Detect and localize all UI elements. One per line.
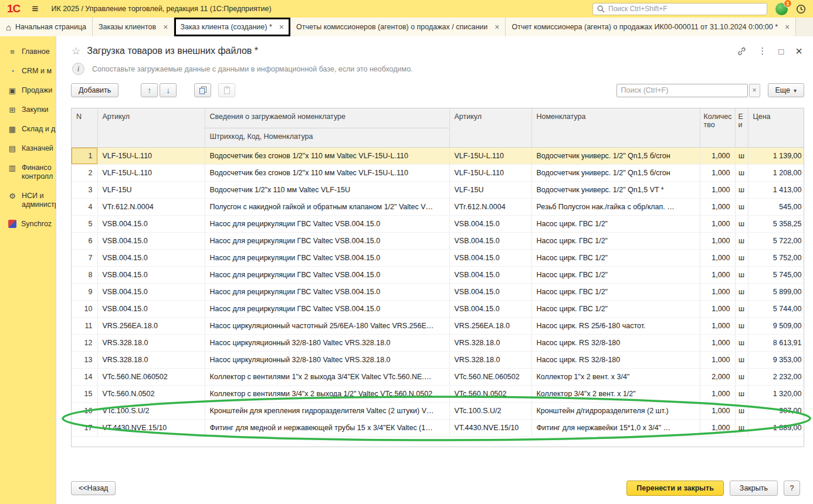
price-cell[interactable]: 5 752,00 bbox=[748, 249, 804, 266]
table-row[interactable]: 5VSB.004.15.0Насос для рециркуляции ГВС … bbox=[72, 215, 804, 232]
nomenclature-cell[interactable]: Коллектор 1"x 2 вент. x 3/4" bbox=[531, 368, 700, 385]
nomenclature-cell[interactable]: Насос цирк. ГВС 1/2" bbox=[531, 232, 700, 249]
tab-close-icon[interactable]: × bbox=[163, 22, 168, 32]
qty-cell[interactable]: 2,000 bbox=[700, 368, 735, 385]
article-mapped-cell[interactable]: VSB.004.15.0 bbox=[449, 232, 531, 249]
article-mapped-cell[interactable]: VTc.100.S.U/2 bbox=[449, 402, 531, 419]
price-cell[interactable]: 545,00 bbox=[748, 198, 804, 215]
unit-cell[interactable]: ш bbox=[735, 419, 748, 436]
nomenclature-cell[interactable]: Насос цирк. RS 25/6-180 частот. bbox=[531, 317, 700, 334]
row-number[interactable]: 17 bbox=[72, 419, 97, 436]
article-cell[interactable]: VTc.560.NE.060502 bbox=[97, 368, 205, 385]
price-cell[interactable]: 9 353,00 bbox=[748, 351, 804, 368]
col-header-unit[interactable]: Е и bbox=[735, 108, 748, 147]
price-cell[interactable]: 8 613,91 bbox=[748, 334, 804, 351]
nomenclature-cell[interactable]: Фитинг для нержавейки 15*1,0 x 3/4" … bbox=[531, 419, 700, 436]
article-cell[interactable]: VSB.004.15.0 bbox=[97, 249, 205, 266]
row-number[interactable]: 4 bbox=[72, 198, 97, 215]
article-mapped-cell[interactable]: VTc.560.N.0502 bbox=[449, 385, 531, 402]
price-cell[interactable]: 5 358,25 bbox=[748, 215, 804, 232]
main-menu-icon[interactable]: ≡ bbox=[32, 2, 38, 15]
article-mapped-cell[interactable]: VTr.612.N.0004 bbox=[449, 198, 531, 215]
tab-3[interactable]: Заказ клиента (создание) *× bbox=[174, 18, 290, 36]
row-number[interactable]: 3 bbox=[72, 181, 97, 198]
unit-cell[interactable]: ш bbox=[735, 402, 748, 419]
qty-cell[interactable]: 1,000 bbox=[700, 351, 735, 368]
tab-close-icon[interactable]: × bbox=[279, 22, 284, 32]
tab-2[interactable]: Заказы клиентов× bbox=[93, 18, 174, 36]
article-cell[interactable]: VTc.100.S.U/2 bbox=[97, 402, 205, 419]
row-number[interactable]: 5 bbox=[72, 215, 97, 232]
sidebar-item-nsi-admin[interactable]: ⚙НСИ и администр bbox=[0, 186, 56, 214]
favorite-star-icon[interactable]: ☆ bbox=[72, 45, 80, 57]
article-cell[interactable]: VSB.004.15.0 bbox=[97, 266, 205, 283]
row-number[interactable]: 13 bbox=[72, 351, 97, 368]
info-cell[interactable]: Водосчетчик 1/2"x 110 мм Valtec VLF-15U bbox=[205, 181, 449, 198]
article-mapped-cell[interactable]: VTc.560.NE.060502 bbox=[449, 368, 531, 385]
info-cell[interactable]: Фитинг для медной и нержавеющей трубы 15… bbox=[205, 419, 449, 436]
article-mapped-cell[interactable]: VRS.328.18.0 bbox=[449, 351, 531, 368]
unit-cell[interactable]: ш bbox=[735, 300, 748, 317]
row-number[interactable]: 11 bbox=[72, 317, 97, 334]
row-number[interactable]: 9 bbox=[72, 283, 97, 300]
info-cell[interactable]: Насос для рециркуляции ГВС Valtec VSB.00… bbox=[205, 300, 449, 317]
article-cell[interactable]: VRS.328.18.0 bbox=[97, 351, 205, 368]
qty-cell[interactable]: 1,000 bbox=[700, 317, 735, 334]
unit-cell[interactable]: ш bbox=[735, 249, 748, 266]
help-button[interactable]: ? bbox=[784, 481, 800, 496]
table-row[interactable]: 8VSB.004.15.0Насос для рециркуляции ГВС … bbox=[72, 266, 804, 283]
article-cell[interactable]: VTr.612.N.0004 bbox=[97, 198, 205, 215]
price-cell[interactable]: 1 413,00 bbox=[748, 181, 804, 198]
qty-cell[interactable]: 1,000 bbox=[700, 266, 735, 283]
price-cell[interactable]: 5 722,00 bbox=[748, 232, 804, 249]
qty-cell[interactable]: 1,000 bbox=[700, 249, 735, 266]
info-cell[interactable]: Насос циркуляционный 32/8-180 Valtec VRS… bbox=[205, 334, 449, 351]
unit-cell[interactable]: ш bbox=[735, 198, 748, 215]
close-dialog-icon[interactable]: × bbox=[795, 45, 802, 58]
qty-cell[interactable]: 1,000 bbox=[700, 181, 735, 198]
qty-cell[interactable]: 1,000 bbox=[700, 300, 735, 317]
row-number[interactable]: 1 bbox=[72, 147, 97, 164]
sidebar-item-kaznachejstvo[interactable]: ▤Казначей bbox=[0, 139, 56, 158]
more-actions-icon[interactable]: ⋮ bbox=[758, 46, 767, 56]
price-cell[interactable]: 1 889,00 bbox=[748, 419, 804, 436]
info-cell[interactable]: Водосчетчик без сгонов 1/2"x 110 мм Valt… bbox=[205, 164, 449, 181]
nomenclature-cell[interactable]: Насос цирк. RS 32/8-180 bbox=[531, 351, 700, 368]
price-cell[interactable]: 5 899,00 bbox=[748, 283, 804, 300]
sidebar-item-finkontrolling[interactable]: ▥Финансо контролл bbox=[0, 158, 56, 186]
info-cell[interactable]: Водосчетчик без сгонов 1/2"x 110 мм Valt… bbox=[205, 147, 449, 164]
article-cell[interactable]: VSB.004.15.0 bbox=[97, 300, 205, 317]
table-row[interactable]: 15VTc.560.N.0502Коллектор с вентилями 3/… bbox=[72, 385, 804, 402]
close-button[interactable]: Закрыть bbox=[730, 481, 778, 496]
unit-cell[interactable]: ш bbox=[735, 351, 748, 368]
sidebar-item-crm[interactable]: ◔CRM и м bbox=[0, 62, 56, 81]
link-icon[interactable] bbox=[737, 47, 746, 56]
row-number[interactable]: 6 bbox=[72, 232, 97, 249]
unit-cell[interactable]: ш bbox=[735, 147, 748, 164]
nomenclature-cell[interactable]: Водосчетчик универс. 1/2" Qn1,5 VT * bbox=[531, 181, 700, 198]
article-mapped-cell[interactable]: VLF-15U bbox=[449, 181, 531, 198]
unit-cell[interactable]: ш bbox=[735, 368, 748, 385]
qty-cell[interactable]: 1,000 bbox=[700, 385, 735, 402]
article-cell[interactable]: VLF-15U bbox=[97, 181, 205, 198]
nomenclature-cell[interactable]: Насос цирк. ГВС 1/2" bbox=[531, 215, 700, 232]
nomenclature-cell[interactable]: Насос цирк. ГВС 1/2" bbox=[531, 300, 700, 317]
info-cell[interactable]: Коллектор с вентилями 1"x 2 выхода 3/4"Е… bbox=[205, 368, 449, 385]
article-cell[interactable]: VTc.560.N.0502 bbox=[97, 385, 205, 402]
nomenclature-cell[interactable]: Кронштейн д/гидроразделителя (2 шт.) bbox=[531, 402, 700, 419]
info-cell[interactable]: Насос циркуляционный 32/8-180 Valtec VRS… bbox=[205, 351, 449, 368]
paste-button[interactable] bbox=[218, 83, 235, 97]
price-cell[interactable]: 1 208,00 bbox=[748, 164, 804, 181]
price-cell[interactable]: 907,00 bbox=[748, 402, 804, 419]
notifications-icon[interactable]: 1 bbox=[775, 3, 788, 15]
row-number[interactable]: 16 bbox=[72, 402, 97, 419]
unit-cell[interactable]: ш bbox=[735, 164, 748, 181]
info-cell[interactable]: Коллектор с вентилями 3/4"x 2 выхода 1/2… bbox=[205, 385, 449, 402]
article-mapped-cell[interactable]: VT.4430.NVE.15/10 bbox=[449, 419, 531, 436]
col-header-nomenclature[interactable]: Номенклатура bbox=[531, 108, 700, 147]
nomenclature-cell[interactable]: Насос цирк. ГВС 1/2" bbox=[531, 283, 700, 300]
article-mapped-cell[interactable]: VSB.004.15.0 bbox=[449, 266, 531, 283]
unit-cell[interactable]: ш bbox=[735, 334, 748, 351]
info-cell[interactable]: Насос для рециркуляции ГВС Valtec VSB.00… bbox=[205, 215, 449, 232]
table-row[interactable]: 11VRS.256EA.18.0Насос циркуляционный час… bbox=[72, 317, 804, 334]
